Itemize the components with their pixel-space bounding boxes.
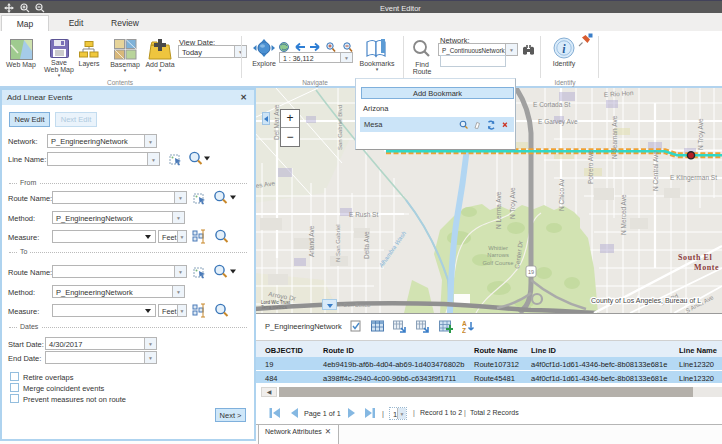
svg-text:N Troy Ave: N Troy Ave [697,118,705,150]
svg-text:E Klingerman St: E Klingerman St [670,174,717,182]
svg-text:N Central Ave: N Central Ave [652,151,659,191]
svg-text:• Don Bosco: • Don Bosco [340,302,370,308]
svg-text:E Rush St: E Rush St [349,211,378,218]
svg-text:Delta Ave: Delta Ave [363,231,370,259]
svg-text:Page 1 of 1: Page 1 of 1 [304,409,341,418]
svg-text:Monte: Monte [694,263,719,272]
svg-text:Narrows: Narrows [487,252,509,258]
svg-text:San Gabriel Blvd: San Gabriel Blvd [337,105,343,150]
svg-text:Arland Ave: Arland Ave [308,225,315,257]
svg-text:N Merced Ave: N Merced Ave [620,194,627,235]
svg-text:Potrero Ave: Potrero Ave [587,150,594,184]
svg-text:Terra metrics: Terra metrics [261,305,288,310]
svg-text:Del Mar Ave: Del Mar Ave [273,104,280,140]
svg-text:19: 19 [528,269,534,275]
svg-text:N Lerma Ave: N Lerma Ave [495,191,502,229]
svg-text:N Seaman Ave: N Seaman Ave [611,115,618,159]
svg-text:South El: South El [678,253,713,262]
svg-text:E Cortada St: E Cortada St [533,101,570,108]
svg-text:N San Gabriel: N San Gabriel [335,224,341,262]
svg-text:Golf Course: Golf Course [483,260,514,266]
svg-text:E Garvey Ave: E Garvey Ave [538,118,578,126]
svg-text:Whittier: Whittier [488,245,508,251]
svg-text:Z: Z [462,327,466,334]
svg-text:N Chico Av: N Chico Av [558,178,565,211]
svg-text:County of Los Angeles, Bureau: County of Los Angeles, Bureau of L [591,297,701,305]
svg-text:N Troy Ave: N Troy Ave [509,187,517,219]
